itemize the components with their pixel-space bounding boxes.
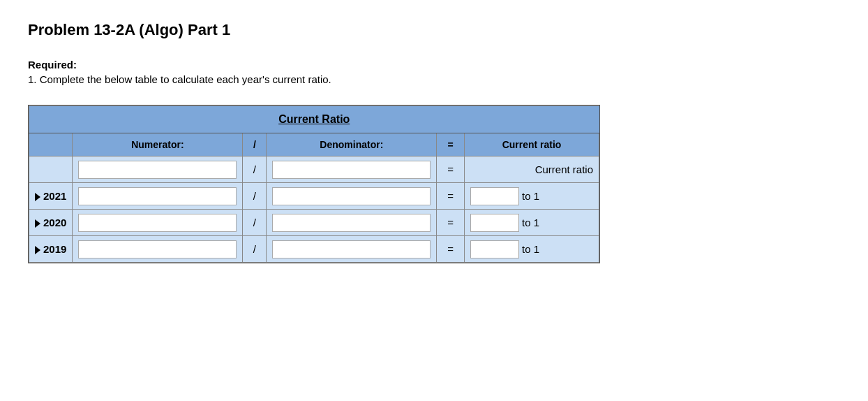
required-label: Required:: [28, 59, 840, 71]
year-cell-2021: 2021: [29, 183, 73, 210]
ratio-suffix-2020: to 1: [522, 217, 539, 228]
ratio-text-0: Current ratio: [535, 163, 593, 175]
page-title: Problem 13-2A (Algo) Part 1: [28, 21, 840, 39]
ratio-cell-2019[interactable]: to 1: [465, 236, 599, 263]
slash-cell-0: /: [243, 156, 267, 183]
ratio-input-2020[interactable]: [470, 214, 519, 232]
ratio-suffix-2021: to 1: [522, 190, 539, 202]
year-label-2020: 2020: [43, 217, 66, 228]
triangle-icon-2019: [35, 246, 40, 254]
table-row: / = Current ratio: [29, 156, 599, 183]
numerator-cell-2020[interactable]: [73, 210, 243, 236]
ratio-input-2019[interactable]: [470, 240, 519, 258]
slash-cell-2020: /: [243, 210, 267, 236]
table-header-top: Current Ratio: [29, 106, 599, 133]
triangle-icon-2020: [35, 219, 40, 228]
numerator-input-2020[interactable]: [78, 214, 237, 232]
table-wrapper: Current Ratio Numerator: / Denominator: …: [28, 105, 600, 263]
numerator-input-0[interactable]: [78, 161, 237, 179]
slash-cell-2021: /: [243, 183, 267, 210]
table-header-sub: Numerator: / Denominator: = Current rati…: [29, 133, 599, 156]
denominator-cell-0[interactable]: [267, 156, 437, 183]
ratio-suffix-2019: to 1: [522, 243, 539, 255]
denominator-cell-2019[interactable]: [267, 236, 437, 263]
col-header-slash: /: [243, 133, 267, 156]
numerator-cell-2021[interactable]: [73, 183, 243, 210]
denominator-cell-2020[interactable]: [267, 210, 437, 236]
table-row: 2021 / = to 1: [29, 183, 599, 210]
equals-cell-0: =: [437, 156, 465, 183]
ratio-cell-2021[interactable]: to 1: [465, 183, 599, 210]
slash-cell-2019: /: [243, 236, 267, 263]
equals-cell-2021: =: [437, 183, 465, 210]
numerator-cell-0[interactable]: [73, 156, 243, 183]
col-header-numerator: Numerator:: [73, 133, 243, 156]
year-label-2019: 2019: [43, 243, 66, 255]
denominator-input-0[interactable]: [272, 161, 431, 179]
numerator-input-2019[interactable]: [78, 240, 237, 258]
ratio-input-2021[interactable]: [470, 187, 519, 205]
denominator-input-2019[interactable]: [272, 240, 431, 258]
col-header-denominator: Denominator:: [267, 133, 437, 156]
ratio-cell-0: Current ratio: [465, 156, 599, 183]
main-header-cell: Current Ratio: [29, 106, 599, 133]
numerator-input-2021[interactable]: [78, 187, 237, 205]
denominator-input-2021[interactable]: [272, 187, 431, 205]
year-cell-2020: 2020: [29, 210, 73, 236]
col-header-equals: =: [437, 133, 465, 156]
ratio-cell-2020[interactable]: to 1: [465, 210, 599, 236]
table-row: 2020 / = to 1: [29, 210, 599, 236]
triangle-icon-2021: [35, 193, 40, 201]
equals-cell-2019: =: [437, 236, 465, 263]
col-header-label: [29, 133, 73, 156]
numerator-cell-2019[interactable]: [73, 236, 243, 263]
denominator-input-2020[interactable]: [272, 214, 431, 232]
year-label-2021: 2021: [43, 190, 66, 202]
table-row: 2019 / = to 1: [29, 236, 599, 263]
equals-cell-2020: =: [437, 210, 465, 236]
year-cell-0: [29, 156, 73, 183]
denominator-cell-2021[interactable]: [267, 183, 437, 210]
year-cell-2019: 2019: [29, 236, 73, 263]
instruction: 1. Complete the below table to calculate…: [28, 73, 840, 85]
col-header-ratio: Current ratio: [465, 133, 599, 156]
